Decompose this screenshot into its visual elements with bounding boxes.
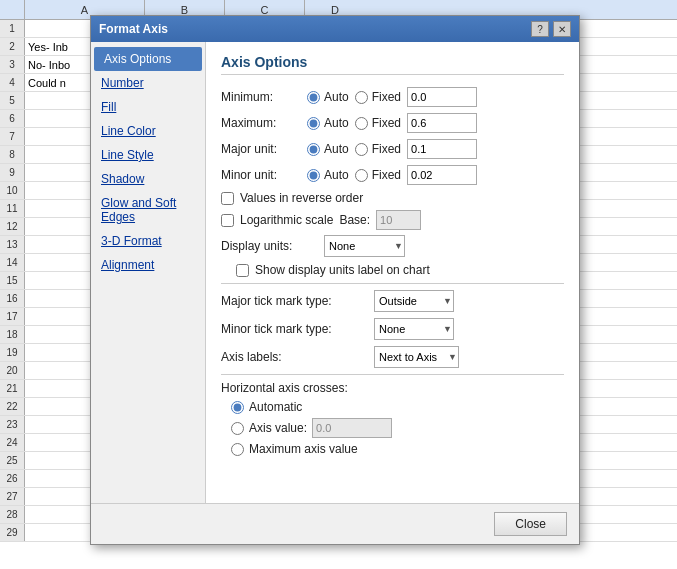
axis-labels-label: Axis labels: bbox=[221, 350, 366, 364]
row-number: 4 bbox=[0, 74, 25, 91]
dialog-footer: Close bbox=[91, 503, 579, 544]
sidebar-item-axis-options[interactable]: Axis Options bbox=[94, 47, 202, 71]
row-number: 3 bbox=[0, 56, 25, 73]
log-scale-checkbox[interactable] bbox=[221, 214, 234, 227]
max-axis-radio[interactable] bbox=[231, 443, 244, 456]
display-units-label: Display units: bbox=[221, 239, 316, 253]
close-x-button[interactable]: ✕ bbox=[553, 21, 571, 37]
minimum-value-input[interactable] bbox=[407, 87, 477, 107]
automatic-label: Automatic bbox=[249, 400, 302, 414]
horizontal-axis-title: Horizontal axis crosses: bbox=[221, 381, 564, 395]
row-number: 13 bbox=[0, 236, 25, 253]
max-axis-label: Maximum axis value bbox=[249, 442, 358, 456]
row-num-header bbox=[0, 0, 25, 19]
axis-value-radio[interactable] bbox=[231, 422, 244, 435]
maximum-fixed-label: Fixed bbox=[372, 116, 401, 130]
display-units-select-wrapper: None Hundreds Thousands Millions Billion… bbox=[324, 235, 405, 257]
minimum-label: Minimum: bbox=[221, 90, 301, 104]
minor-unit-value-input[interactable] bbox=[407, 165, 477, 185]
display-units-select[interactable]: None Hundreds Thousands Millions Billion… bbox=[324, 235, 405, 257]
row-number: 5 bbox=[0, 92, 25, 109]
row-number: 28 bbox=[0, 506, 25, 523]
nav-panel: Axis OptionsNumberFillLine ColorLine Sty… bbox=[91, 42, 206, 503]
major-tick-label: Major tick mark type: bbox=[221, 294, 366, 308]
values-reverse-checkbox[interactable] bbox=[221, 192, 234, 205]
maximum-value-input[interactable] bbox=[407, 113, 477, 133]
show-display-units-checkbox[interactable] bbox=[236, 264, 249, 277]
minor-tick-select-wrapper: None Inside Outside Cross ▼ bbox=[374, 318, 454, 340]
major-fixed-label: Fixed bbox=[372, 142, 401, 156]
minor-fixed-group: Fixed bbox=[355, 168, 401, 182]
sidebar-item-shadow[interactable]: Shadow bbox=[91, 167, 205, 191]
sidebar-item-number[interactable]: Number bbox=[91, 71, 205, 95]
maximum-auto-label: Auto bbox=[324, 116, 349, 130]
row-number: 24 bbox=[0, 434, 25, 451]
major-unit-auto-radio[interactable] bbox=[307, 143, 320, 156]
row-number: 15 bbox=[0, 272, 25, 289]
sidebar-item-glow-and-soft-edges[interactable]: Glow and Soft Edges bbox=[91, 191, 205, 229]
row-number: 25 bbox=[0, 452, 25, 469]
minimum-auto-radio[interactable] bbox=[307, 91, 320, 104]
major-tick-select-wrapper: None Inside Outside Cross ▼ bbox=[374, 290, 454, 312]
minor-auto-group: Auto bbox=[307, 168, 349, 182]
base-label: Base: bbox=[339, 213, 370, 227]
minimum-fixed-label: Fixed bbox=[372, 90, 401, 104]
axis-labels-select[interactable]: None Next to Axis High Low bbox=[374, 346, 459, 368]
minor-unit-fixed-radio[interactable] bbox=[355, 169, 368, 182]
maximum-fixed-group: Fixed bbox=[355, 116, 401, 130]
minor-tick-select[interactable]: None Inside Outside Cross bbox=[374, 318, 454, 340]
dialog-title: Format Axis bbox=[99, 22, 168, 36]
minimum-auto-group: Auto bbox=[307, 90, 349, 104]
help-button[interactable]: ? bbox=[531, 21, 549, 37]
maximum-auto-radio[interactable] bbox=[307, 117, 320, 130]
minor-unit-label: Minor unit: bbox=[221, 168, 301, 182]
row-number: 16 bbox=[0, 290, 25, 307]
row-number: 2 bbox=[0, 38, 25, 55]
nav-items-container: Axis OptionsNumberFillLine ColorLine Sty… bbox=[91, 47, 205, 277]
minor-tick-row: Minor tick mark type: None Inside Outsid… bbox=[221, 318, 564, 340]
row-number: 6 bbox=[0, 110, 25, 127]
row-number: 27 bbox=[0, 488, 25, 505]
row-number: 17 bbox=[0, 308, 25, 325]
dialog-titlebar: Format Axis ? ✕ bbox=[91, 16, 579, 42]
minor-unit-row: Minor unit: Auto Fixed bbox=[221, 165, 564, 185]
close-button[interactable]: Close bbox=[494, 512, 567, 536]
minor-fixed-label: Fixed bbox=[372, 168, 401, 182]
log-scale-row: Logarithmic scale Base: bbox=[221, 210, 564, 230]
log-scale-label: Logarithmic scale bbox=[240, 213, 333, 227]
minimum-row: Minimum: Auto Fixed bbox=[221, 87, 564, 107]
automatic-row: Automatic bbox=[231, 400, 564, 414]
minor-unit-auto-radio[interactable] bbox=[307, 169, 320, 182]
row-number: 14 bbox=[0, 254, 25, 271]
major-tick-select[interactable]: None Inside Outside Cross bbox=[374, 290, 454, 312]
major-unit-row: Major unit: Auto Fixed bbox=[221, 139, 564, 159]
major-unit-fixed-radio[interactable] bbox=[355, 143, 368, 156]
row-number: 23 bbox=[0, 416, 25, 433]
sidebar-item-line-style[interactable]: Line Style bbox=[91, 143, 205, 167]
maximum-fixed-radio[interactable] bbox=[355, 117, 368, 130]
row-number: 26 bbox=[0, 470, 25, 487]
content-panel: Axis Options Minimum: Auto Fixed Maximum… bbox=[206, 42, 579, 503]
maximum-row: Maximum: Auto Fixed bbox=[221, 113, 564, 133]
show-display-units-label: Show display units label on chart bbox=[255, 263, 430, 277]
minor-auto-label: Auto bbox=[324, 168, 349, 182]
values-reverse-row: Values in reverse order bbox=[221, 191, 564, 205]
minimum-fixed-radio[interactable] bbox=[355, 91, 368, 104]
row-number: 20 bbox=[0, 362, 25, 379]
sidebar-item-alignment[interactable]: Alignment bbox=[91, 253, 205, 277]
major-auto-label: Auto bbox=[324, 142, 349, 156]
maximum-auto-group: Auto bbox=[307, 116, 349, 130]
sidebar-item-fill[interactable]: Fill bbox=[91, 95, 205, 119]
automatic-radio[interactable] bbox=[231, 401, 244, 414]
minimum-fixed-group: Fixed bbox=[355, 90, 401, 104]
display-units-row: Display units: None Hundreds Thousands M… bbox=[221, 235, 564, 257]
axis-value-label: Axis value: bbox=[249, 421, 307, 435]
sidebar-item-line-color[interactable]: Line Color bbox=[91, 119, 205, 143]
maximum-label: Maximum: bbox=[221, 116, 301, 130]
row-number: 29 bbox=[0, 524, 25, 541]
sidebar-item-3-d-format[interactable]: 3-D Format bbox=[91, 229, 205, 253]
show-display-units-row: Show display units label on chart bbox=[236, 263, 564, 277]
major-unit-value-input[interactable] bbox=[407, 139, 477, 159]
divider-1 bbox=[221, 283, 564, 284]
max-axis-row: Maximum axis value bbox=[231, 442, 564, 456]
